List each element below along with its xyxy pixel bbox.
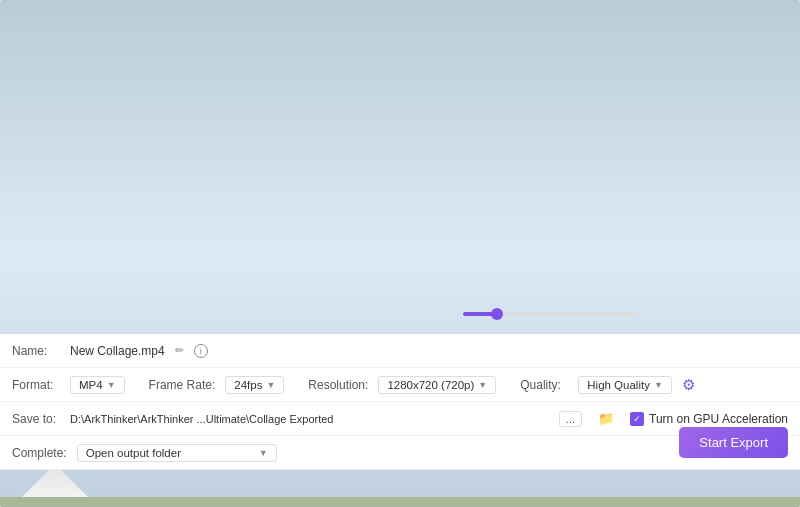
quality-value: High Quality xyxy=(587,379,650,391)
info-icon[interactable]: i xyxy=(194,344,208,358)
progress-thumb[interactable] xyxy=(491,308,503,320)
saveto-label: Save to: xyxy=(12,412,60,426)
checkmark: ✓ xyxy=(633,414,641,424)
preview-ground xyxy=(0,497,800,507)
complete-value: Open output folder xyxy=(86,447,181,459)
settings-area: Name: New Collage.mp4 ✏ i Format: MP4 ▼ … xyxy=(0,334,800,470)
quality-arrow: ▼ xyxy=(654,380,663,390)
progress-fill xyxy=(463,312,493,316)
save-path: D:\ArkThinker\ArkThinker ...Ultimate\Col… xyxy=(70,413,549,425)
complete-arrow: ▼ xyxy=(259,448,268,458)
settings-gear-icon[interactable]: ⚙ xyxy=(682,376,695,394)
framerate-label: Frame Rate: xyxy=(149,378,216,392)
name-label: Name: xyxy=(12,344,60,358)
framerate-value: 24fps xyxy=(234,379,262,391)
more-button[interactable]: ... xyxy=(559,411,582,427)
main-video-area: 00:00:08 ⊞ xyxy=(0,95,800,295)
preview-small-thumb xyxy=(650,160,760,230)
name-value: New Collage.mp4 xyxy=(70,344,165,358)
quality-dropdown[interactable]: High Quality ▼ xyxy=(578,376,672,394)
preview-panel xyxy=(415,95,800,295)
format-row: Format: MP4 ▼ Frame Rate: 24fps ▼ Resolu… xyxy=(0,368,800,402)
format-value: MP4 xyxy=(79,379,103,391)
format-dropdown[interactable]: MP4 ▼ xyxy=(70,376,125,394)
complete-dropdown[interactable]: Open output folder ▼ xyxy=(77,444,277,462)
format-arrow: ▼ xyxy=(107,380,116,390)
gpu-label: Turn on GPU Acceleration xyxy=(649,412,788,426)
name-row: Name: New Collage.mp4 ✏ i xyxy=(0,334,800,368)
edit-icon[interactable]: ✏ xyxy=(175,344,184,357)
progress-track[interactable] xyxy=(463,312,636,316)
complete-label: Complete: xyxy=(12,446,67,460)
gpu-checkbox-area[interactable]: ✓ Turn on GPU Acceleration xyxy=(630,412,788,426)
resolution-value: 1280x720 (720p) xyxy=(387,379,474,391)
framerate-dropdown[interactable]: 24fps ▼ xyxy=(225,376,284,394)
framerate-arrow: ▼ xyxy=(266,380,275,390)
quality-label: Quality: xyxy=(520,378,568,392)
gpu-checkbox[interactable]: ✓ xyxy=(630,412,644,426)
resolution-dropdown[interactable]: 1280x720 (720p) ▼ xyxy=(378,376,496,394)
folder-icon[interactable]: 📁 xyxy=(592,409,620,428)
format-label: Format: xyxy=(12,378,60,392)
resolution-label: Resolution: xyxy=(308,378,368,392)
start-export-button[interactable]: Start Export xyxy=(679,427,788,458)
preview-black-area xyxy=(610,95,800,295)
resolution-arrow: ▼ xyxy=(478,380,487,390)
